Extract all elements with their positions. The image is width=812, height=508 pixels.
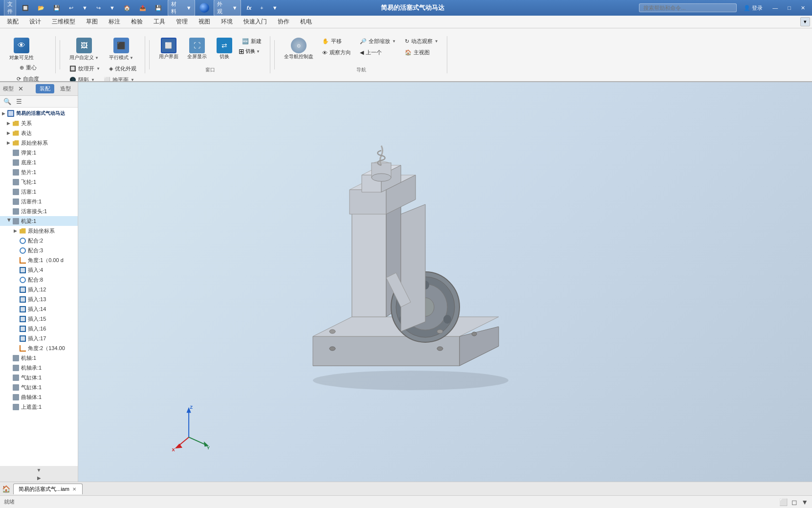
open-btn[interactable]: 📂 <box>35 4 47 12</box>
tree-item-angle1[interactable]: ▶ 角度:1（0.00 d <box>0 255 78 265</box>
tree-item-insert15[interactable]: ▶ 插入:15 <box>0 314 78 324</box>
prev-btn[interactable]: ◀ 上一个 <box>356 47 399 58</box>
tree-item-piston1[interactable]: ▶ 活塞:1 <box>0 187 78 197</box>
tree-view: ▶ 简易的活塞式气动马达 ▶ 关系 ▶ 表达 ▶ 原始坐标系 ▶ <box>0 108 78 466</box>
menu-view[interactable]: 视图 <box>194 16 215 27</box>
file-menu-btn[interactable]: 文件 <box>4 0 16 16</box>
switch-btn[interactable]: ⇄ 切换 <box>212 36 237 62</box>
tree-item-spring1[interactable]: ▶ 弹簧:1 <box>0 148 78 157</box>
home-nav-btn[interactable]: 🏠 <box>121 4 133 12</box>
redo-dropdown[interactable]: ▼ <box>107 4 118 12</box>
menu-env[interactable]: 环境 <box>216 16 238 27</box>
menu-inspect[interactable]: 检验 <box>126 16 148 27</box>
menu-annotation[interactable]: 标注 <box>104 16 125 27</box>
undo-btn[interactable]: ↩ <box>66 4 76 12</box>
tree-item-insert17[interactable]: ▶ 插入:17 <box>0 333 78 343</box>
full-nav-btn[interactable]: ⊙ 全导航控制盘 <box>281 36 317 62</box>
redo-btn[interactable]: ↪ <box>93 4 104 12</box>
appearance-selector[interactable]: 外观 ▼ <box>214 0 241 16</box>
panel-scroll-down-btn[interactable]: ▼ <box>0 466 78 474</box>
fx-btn[interactable]: fx <box>244 4 255 12</box>
tree-item-piston-part1[interactable]: ▶ 活塞件:1 <box>0 197 78 206</box>
all-shrink-btn[interactable]: 🔎 全部缩放 ▼ <box>356 36 399 46</box>
panel-tab-assembly[interactable]: 装配 <box>36 84 54 93</box>
tree-item-piston-head1[interactable]: ▶ 活塞接头:1 <box>0 206 78 216</box>
user-interface-btn[interactable]: ⬜ 用户界面 <box>155 36 182 62</box>
menu-tools[interactable]: 工具 <box>149 16 170 27</box>
filter-btn[interactable]: ☰ <box>15 97 23 106</box>
tree-item-root[interactable]: ▶ 简易的活塞式气动马达 <box>0 109 78 118</box>
fullscreen-btn[interactable]: ⛶ 全屏显示 <box>184 36 210 62</box>
tree-item-flywheel1[interactable]: ▶ 飞轮:1 <box>0 177 78 187</box>
optimize-exterior-btn[interactable]: ◈ 优化外观 <box>106 64 140 74</box>
freedom-btn[interactable]: ⟳ 自由度 <box>13 74 43 81</box>
shadow-btn[interactable]: 🌑 阴影 ▼ <box>66 75 98 81</box>
tree-item-insert12[interactable]: ▶ 插入:12 <box>0 285 78 294</box>
tab-home-icon[interactable]: 🏠 <box>2 485 10 493</box>
tab-close-btn[interactable]: ✕ <box>71 486 77 492</box>
main-view-btn[interactable]: 🏠 主视图 <box>401 47 442 58</box>
save-btn2[interactable]: 💾 <box>152 4 165 12</box>
expand-ribbon-btn[interactable]: ▾ <box>800 17 810 26</box>
view-direction-btn[interactable]: 👁 观察方向 <box>319 47 354 58</box>
tree-item-relations[interactable]: ▶ 关系 <box>0 118 78 128</box>
menu-3dmodel[interactable]: 三维模型 <box>47 16 80 27</box>
tree-item-beam-origin[interactable]: ▶ 原始坐标系 <box>0 226 78 236</box>
pan-btn[interactable]: ✋ 平移 <box>319 36 354 46</box>
tree-item-bearing1[interactable]: ▶ 机轴承:1 <box>0 363 78 373</box>
undo-dropdown[interactable]: ▼ <box>79 4 90 12</box>
tree-item-insert13[interactable]: ▶ 插入:13 <box>0 294 78 304</box>
menu-sketch[interactable]: 草图 <box>81 16 103 27</box>
ground-btn[interactable]: ⬜ 地平面 ▼ <box>100 75 138 81</box>
tree-item-upside1[interactable]: ▶ 上遮盖:1 <box>0 402 78 412</box>
angle1-icon <box>19 256 26 264</box>
dynamic-view-btn[interactable]: ↻ 动态观察 ▼ <box>401 36 442 46</box>
viewport[interactable]: Z X Y <box>78 82 812 482</box>
new-window-btn[interactable]: 🆕 新建 <box>239 36 265 46</box>
appearance-ball[interactable] <box>199 3 209 13</box>
tree-item-washer1[interactable]: ▶ 垫片:1 <box>0 167 78 177</box>
tree-item-match2[interactable]: ▶ 配合:2 <box>0 236 78 245</box>
share-btn[interactable]: 📤 <box>136 4 149 12</box>
tree-item-shaft1[interactable]: ▶ 机轴:1 <box>0 353 78 363</box>
tree-item-cylinder1[interactable]: ▶ 气缸体:1 <box>0 382 78 392</box>
minimize-btn[interactable]: — <box>769 4 781 12</box>
help-search-input[interactable] <box>639 3 737 12</box>
save-btn[interactable]: 💾 <box>50 4 63 12</box>
tree-item-origin-cs[interactable]: ▶ 原始坐标系 <box>0 138 78 148</box>
tree-item-beam1[interactable]: ▶ 机梁:1 <box>0 216 78 226</box>
maximize-btn[interactable]: □ <box>785 4 794 12</box>
close-btn[interactable]: ✕ <box>798 4 808 12</box>
tree-item-insert4[interactable]: ▶ 插入:4 <box>0 265 78 275</box>
tree-item-angle2[interactable]: ▶ 角度:2（134.00 <box>0 343 78 353</box>
tree-item-match8[interactable]: ▶ 配合:8 <box>0 275 78 285</box>
tree-item-base1[interactable]: ▶ 底座:1 <box>0 157 78 167</box>
menu-design[interactable]: 设计 <box>24 16 46 27</box>
object-visibility-btn[interactable]: 👁 对象可见性 <box>6 36 37 63</box>
material-selector[interactable]: 材料 ▼ <box>168 0 195 16</box>
panel-tab-model[interactable]: 造型 <box>56 84 75 93</box>
center-gravity-btn[interactable]: ⊕ 重心 <box>16 63 40 73</box>
menu-quickstart[interactable]: 快速入门 <box>239 16 272 27</box>
tree-item-insert14[interactable]: ▶ 插入:14 <box>0 304 78 314</box>
tree-item-match3[interactable]: ▶ 配合:3 <box>0 245 78 255</box>
main-bottom-tab[interactable]: 简易的活塞式气...iam ✕ <box>13 484 83 494</box>
parallel-mode-btn[interactable]: ⬛ 平行模式 ▼ <box>104 36 138 63</box>
search-btn[interactable]: 🔍 <box>2 97 13 106</box>
menu-collab[interactable]: 协作 <box>273 16 294 27</box>
new-btn[interactable]: 🔲 <box>19 4 32 12</box>
panel-scroll-right-btn[interactable]: ▶ <box>0 474 78 482</box>
plus-btn[interactable]: + <box>257 4 266 12</box>
menu-manage[interactable]: 管理 <box>171 16 193 27</box>
tree-item-curve1[interactable]: ▶ 曲轴体:1 <box>0 392 78 402</box>
view-style-btn[interactable]: 🖼 用户自定义 ▼ <box>66 36 102 63</box>
menu-assembly[interactable]: 装配 <box>2 16 23 27</box>
login-btn[interactable]: 👤 登录 <box>741 3 766 13</box>
texture-open-btn[interactable]: 🔲 纹理开 ▼ <box>66 64 104 74</box>
menu-mech[interactable]: 机电 <box>295 16 317 27</box>
panel-add-btn[interactable]: ✕ <box>17 85 25 93</box>
more-btn[interactable]: ▼ <box>269 4 281 12</box>
tree-item-insert16[interactable]: ▶ 插入:16 <box>0 324 78 333</box>
tree-item-gas-body1[interactable]: ▶ 气缸体:1 <box>0 373 78 382</box>
tree-item-expressions[interactable]: ▶ 表达 <box>0 128 78 138</box>
